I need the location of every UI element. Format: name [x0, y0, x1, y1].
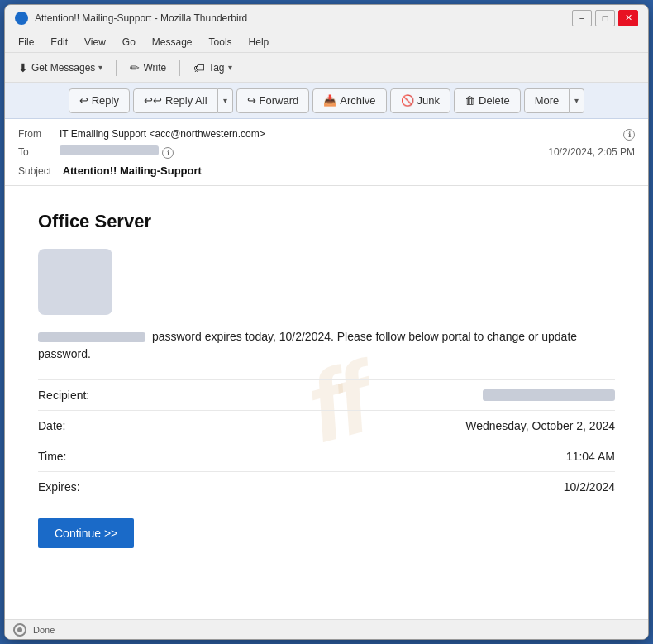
junk-button[interactable]: 🚫 Junk [390, 88, 450, 113]
email-body: ff Office Server password expires today,… [5, 186, 648, 619]
username-blurred [38, 332, 145, 342]
write-label: Write [143, 62, 166, 74]
reply-icon: ↩ [79, 94, 88, 107]
reply-all-button[interactable]: ↩↩ Reply All [133, 88, 218, 113]
get-messages-button[interactable]: ⬇ Get Messages ▾ [12, 58, 109, 78]
minimize-button[interactable]: − [572, 10, 592, 26]
tag-button[interactable]: 🏷 Tag ▾ [187, 58, 238, 78]
maximize-button[interactable]: □ [595, 10, 615, 26]
more-button[interactable]: More [524, 88, 570, 113]
get-messages-label: Get Messages [31, 62, 95, 74]
get-messages-chevron[interactable]: ▾ [98, 63, 102, 72]
email-date: 10/2/2024, 2:05 PM [548, 146, 635, 158]
title-bar: Attention!! Mailing-Support - Mozilla Th… [5, 5, 648, 31]
window-controls: − □ ✕ [572, 10, 638, 26]
date-label: Date: [38, 419, 137, 432]
from-value: IT Emailing Support <acc@northwestern.co… [60, 128, 620, 140]
write-button[interactable]: ✏ Write [123, 58, 173, 78]
time-row: Time: 11:04 AM [38, 441, 615, 471]
more-chevron-icon: ▾ [574, 96, 579, 105]
date-value: Wednesday, October 2, 2024 [465, 419, 615, 432]
subject-value: Attention!! Mailing-Support [63, 165, 202, 177]
reply-all-label: Reply All [165, 94, 207, 107]
archive-button[interactable]: 📥 Archive [312, 88, 386, 113]
get-messages-icon: ⬇ [18, 61, 28, 74]
subject-label: Subject [18, 165, 60, 177]
subject-row: Subject Attention!! Mailing-Support [18, 161, 635, 179]
menu-edit[interactable]: Edit [44, 35, 74, 50]
archive-label: Archive [340, 94, 375, 107]
date-row: Date: Wednesday, October 2, 2024 [38, 410, 615, 441]
delete-label: Delete [479, 94, 510, 107]
write-icon: ✏ [130, 61, 140, 74]
from-label: From [18, 128, 60, 140]
tag-icon: 🏷 [193, 61, 205, 74]
status-text: Done [33, 625, 55, 635]
app-icon [15, 12, 28, 25]
close-button[interactable]: ✕ [618, 10, 638, 26]
menu-tools[interactable]: Tools [203, 35, 239, 50]
forward-button[interactable]: ↪ Forward [236, 88, 310, 113]
reply-all-group: ↩↩ Reply All ▾ [133, 88, 233, 113]
menu-message[interactable]: Message [145, 35, 199, 50]
tag-chevron[interactable]: ▾ [228, 63, 232, 72]
action-bar: ↩ Reply ↩↩ Reply All ▾ ↪ Forward 📥 Archi… [5, 83, 648, 119]
junk-label: Junk [417, 94, 440, 107]
menu-go[interactable]: Go [116, 35, 142, 50]
recipient-label: Recipient: [38, 389, 137, 402]
delete-button[interactable]: 🗑 Delete [454, 88, 521, 113]
window-title: Attention!! Mailing-Support - Mozilla Th… [35, 12, 572, 24]
reply-all-dropdown[interactable]: ▾ [218, 88, 233, 113]
forward-label: Forward [260, 94, 299, 107]
reply-button[interactable]: ↩ Reply [69, 88, 130, 113]
recipient-row: Recipient: [38, 379, 615, 410]
more-dropdown[interactable]: ▾ [570, 88, 584, 113]
toolbar: ⬇ Get Messages ▾ ✏ Write 🏷 Tag ▾ [5, 53, 648, 83]
to-label: To [18, 146, 60, 158]
tag-label: Tag [208, 62, 224, 74]
menu-help[interactable]: Help [242, 35, 276, 50]
from-row: From IT Emailing Support <acc@northweste… [18, 126, 635, 143]
main-window: Attention!! Mailing-Support - Mozilla Th… [4, 4, 649, 640]
from-info-icon[interactable]: ℹ [623, 129, 635, 141]
body-message: password expires today, 10/2/2024. Pleas… [38, 328, 615, 363]
menu-bar: File Edit View Go Message Tools Help [5, 31, 648, 53]
junk-icon: 🚫 [401, 94, 414, 107]
to-value [60, 145, 159, 155]
expires-label: Expires: [38, 480, 137, 494]
reply-label: Reply [92, 94, 119, 107]
toolbar-divider-2 [179, 60, 180, 76]
more-label: More [535, 94, 560, 107]
archive-icon: 📥 [323, 94, 336, 107]
to-info-icon[interactable]: ℹ [162, 147, 174, 159]
time-label: Time: [38, 450, 137, 463]
time-value: 11:04 AM [566, 450, 615, 463]
menu-file[interactable]: File [12, 35, 41, 50]
more-group: More ▾ [524, 88, 585, 113]
toolbar-divider-1 [116, 60, 117, 76]
status-radio-icon [13, 623, 26, 637]
status-bar: Done [5, 619, 648, 639]
delete-icon: 🗑 [465, 94, 475, 107]
expires-row: Expires: 10/2/2024 [38, 471, 615, 502]
avatar-image [38, 249, 112, 315]
body-title: Office Server [38, 211, 615, 232]
recipient-value [483, 389, 615, 401]
forward-icon: ↪ [247, 94, 256, 107]
menu-view[interactable]: View [78, 35, 112, 50]
reply-all-icon: ↩↩ [144, 94, 162, 107]
expires-value: 10/2/2024 [564, 480, 615, 494]
email-header: From IT Emailing Support <acc@northweste… [5, 119, 648, 186]
continue-button[interactable]: Continue >> [38, 518, 134, 548]
to-row: To ℹ 10/2/2024, 2:05 PM [18, 143, 635, 161]
reply-all-chevron-icon: ▾ [223, 96, 227, 105]
body-content: Office Server password expires today, 10… [38, 211, 615, 548]
